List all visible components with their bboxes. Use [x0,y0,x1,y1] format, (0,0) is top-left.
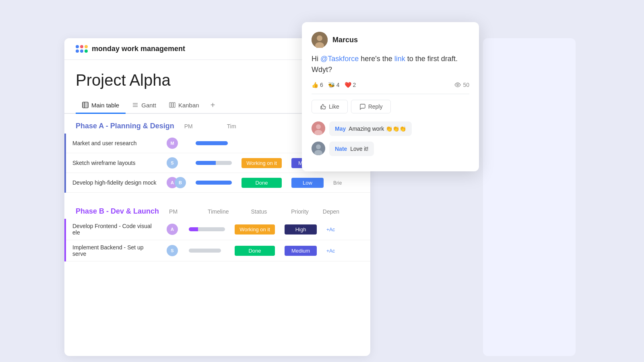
phase-b-status-label: Status [251,208,267,215]
phase-a-tim-label: Tim [227,123,236,130]
logo-text: monday work management [92,45,185,53]
avatar: B [175,177,186,188]
comment-author-name: Marcus [332,36,358,44]
reply-avatar-nate [312,142,325,155]
task-name: Implement Backend - Set up serve [65,240,162,261]
like-button[interactable]: Like [312,100,348,113]
avatar: S [167,245,178,256]
comment-actions: Like Reply [312,100,469,113]
comment-message: Hi @Taskforce here's the link to the fir… [312,53,469,75]
logo-icon [76,45,88,53]
comment-views: 50 [454,82,469,88]
task-status [237,134,287,153]
task-pm: S [162,153,191,173]
task-name: Develop Frontend - Code visual ele [65,219,162,240]
avatar: A [167,224,178,235]
reaction-thumbsup[interactable]: 👍 6 [312,82,323,88]
reply-section: May Amazing work 👏👏👏 Nate Love it! [312,121,469,156]
timeline-bar [196,141,228,145]
reply-button[interactable]: Reply [351,100,391,113]
task-pm: M [162,134,191,153]
timeline-bar [196,161,232,165]
task-timeline [191,153,237,173]
table-row: Develop high-fidelity design mock A B Do… [65,173,370,193]
reaction-bee[interactable]: 🐝 4 [328,82,340,88]
phase-b-pm-label: PM [169,208,178,215]
comment-divider [312,94,469,94]
task-priority: Medium [280,240,322,261]
task-timeline [184,240,230,261]
comment-reactions: 👍 6 🐝 4 ❤️ 2 50 [312,82,469,88]
task-timeline [184,219,230,240]
gantt-icon [132,102,138,108]
comment-link[interactable]: link [394,55,405,63]
task-dep: Brie [328,173,370,193]
svg-rect-8 [171,103,173,107]
reaction-heart[interactable]: ❤️ 2 [345,82,356,88]
task-timeline [191,134,237,153]
task-pm: A [162,219,184,240]
avatar: M [167,138,178,149]
timeline-bar [189,227,225,231]
phase-b-header: Phase B - Dev & Launch PM Timeline Statu… [64,199,370,219]
comment-mention[interactable]: @Taskforce [320,55,359,63]
timeline-bar [196,181,232,185]
table-icon [82,102,89,108]
task-name: Develop high-fidelity design mock [65,173,162,193]
task-dep: +Ac [322,219,370,240]
comment-author-avatar [312,32,328,48]
reply-bubble: May Amazing work 👏👏👏 [329,121,412,136]
task-pm: S [162,240,184,261]
svg-rect-0 [83,102,88,108]
tab-gantt[interactable]: Gantt [126,98,163,114]
task-dep: +Ac [322,240,370,261]
reply-bubble: Nate Love it! [329,142,374,156]
task-status: Done [237,173,287,193]
avatar: S [167,157,178,169]
tab-kanban-label: Kanban [178,102,199,109]
svg-rect-7 [169,103,171,107]
task-status: Working on it [237,153,287,173]
tab-main-table[interactable]: Main table [76,98,126,114]
svg-rect-9 [173,103,175,107]
add-tab-button[interactable]: + [206,97,220,113]
tab-main-table-label: Main table [91,102,119,109]
phase-b-dep-label: Depen [323,208,339,215]
table-row: Implement Backend - Set up serve S Done … [65,240,370,261]
svg-point-18 [316,144,321,149]
tab-kanban[interactable]: Kanban [163,98,206,114]
reply-item: Nate Love it! [312,142,469,156]
task-priority: Low [287,173,328,193]
comment-popup: Marcus Hi @Taskforce here's the link to … [302,22,479,171]
task-status: Working on it [230,219,280,240]
table-row: Develop Frontend - Code visual ele A Wor… [65,219,370,240]
tab-gantt-label: Gantt [141,102,156,109]
svg-point-15 [316,124,321,129]
phase-b-priority-label: Priority [291,208,309,215]
task-pm: A B [162,173,191,193]
task-priority: High [280,219,322,240]
avatar-group: A B [167,177,186,188]
phase-b-table: Develop Frontend - Code visual ele A Wor… [64,219,370,261]
task-status: Done [230,240,280,261]
svg-point-13 [457,84,458,86]
reply-avatar-may [312,121,325,135]
reply-item: May Amazing work 👏👏👏 [312,121,469,136]
task-name: Market and user research [65,134,162,153]
svg-point-11 [317,35,322,41]
phase-a-pm-label: PM [184,123,193,130]
task-name: Sketch wireframe layouts [65,153,162,173]
timeline-bar [189,249,221,253]
kanban-icon [169,102,175,108]
task-timeline [191,173,237,193]
comment-author-section: Marcus [312,32,469,48]
right-panel-bg [483,38,576,356]
phase-b-timeline-label: Timeline [208,208,229,215]
